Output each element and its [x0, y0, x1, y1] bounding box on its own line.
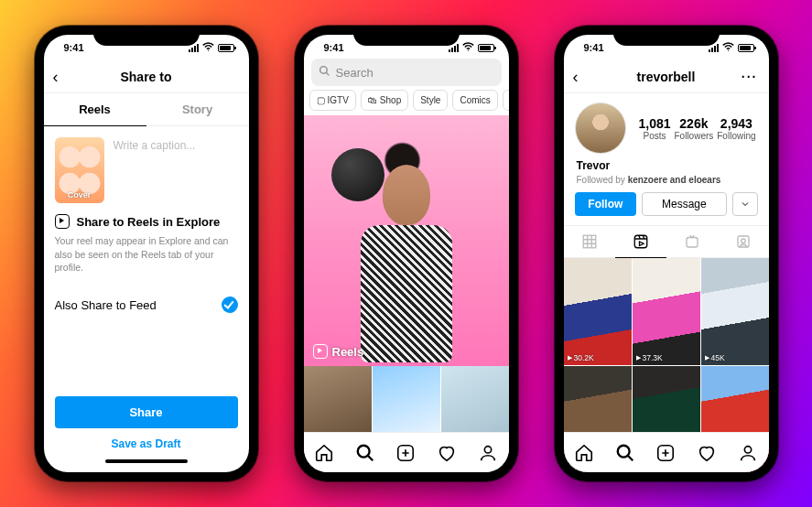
chip-shop[interactable]: 🛍︎Shop [361, 90, 408, 111]
svg-point-1 [467, 49, 468, 50]
svg-point-10 [727, 49, 728, 50]
explore-tile[interactable] [304, 366, 372, 432]
battery-icon [738, 44, 754, 52]
status-right [189, 42, 234, 53]
tab-igtv[interactable] [666, 226, 718, 257]
svg-point-4 [357, 445, 369, 457]
explore-body: Reels [304, 115, 509, 432]
shop-icon: 🛍︎ [368, 95, 377, 105]
back-icon[interactable]: ‹ [573, 69, 579, 85]
tab-bar [304, 432, 509, 472]
share-button[interactable]: Share [55, 396, 238, 428]
svg-rect-22 [738, 236, 749, 247]
stat-label: Following [717, 131, 755, 141]
checkmark-icon[interactable] [222, 297, 238, 313]
suggested-button[interactable] [732, 192, 758, 216]
chip-style[interactable]: Style [413, 90, 448, 111]
profile-tab-icon[interactable] [738, 443, 758, 463]
svg-point-9 [484, 446, 491, 452]
profile-bio: Trevor Followed by kenzoere and eloears [564, 159, 769, 192]
avatar[interactable] [575, 102, 626, 154]
cover-label: Cover [68, 190, 92, 200]
hero-art-face [383, 165, 430, 225]
explore-tile[interactable] [441, 366, 509, 432]
svg-line-25 [627, 455, 633, 460]
igtv-icon: ▢ [317, 95, 325, 105]
svg-point-2 [319, 67, 327, 74]
share-reels-section: Share to Reels in Explore Your reel may … [44, 214, 249, 286]
also-share-feed-row[interactable]: Also Share to Feed [44, 286, 249, 313]
profile-header: ‹ trevorbell ··· [564, 60, 769, 93]
reels-icon [55, 214, 70, 229]
stat-following[interactable]: 2,943 Following [717, 116, 755, 141]
search-tab-icon[interactable] [355, 443, 375, 463]
phone-profile: 9:41 ‹ trevorbell ··· 1,081 Posts 226k [555, 26, 778, 481]
svg-line-5 [367, 455, 373, 460]
stat-label: Posts [638, 131, 670, 141]
share-tabs: Reels Story [44, 93, 249, 126]
search-field[interactable]: Search [311, 59, 502, 86]
home-indicator [105, 459, 188, 463]
svg-point-23 [741, 239, 745, 243]
hero-label-text: Reels [332, 345, 364, 359]
tab-bar [564, 432, 769, 472]
profile-content-tabs [564, 225, 769, 258]
home-tab-icon[interactable] [574, 443, 594, 463]
explore-grid [304, 366, 509, 432]
grid-cell[interactable]: 45K [701, 258, 769, 365]
battery-icon [478, 44, 494, 52]
share-reels-title: Share to Reels in Explore [77, 215, 221, 229]
status-time: 9:41 [64, 42, 84, 53]
chip-tv[interactable]: TV & Movies [503, 90, 509, 111]
svg-rect-11 [583, 235, 596, 248]
more-icon[interactable]: ··· [742, 70, 758, 84]
profile-tab-icon[interactable] [478, 443, 498, 463]
grid-cell[interactable]: 37.3K [633, 258, 700, 365]
caption-input[interactable]: Write a caption... [114, 137, 238, 203]
grid-cell[interactable]: 30.2K [564, 258, 632, 365]
stat-posts[interactable]: 1,081 Posts [638, 116, 670, 141]
activity-tab-icon[interactable] [437, 443, 457, 463]
home-tab-icon[interactable] [314, 443, 334, 463]
back-icon[interactable]: ‹ [53, 69, 59, 85]
cover-thumbnail[interactable]: Cover [55, 137, 104, 203]
follow-button[interactable]: Follow [575, 192, 637, 216]
compose-row: Cover Write a caption... [44, 126, 249, 214]
chip-igtv[interactable]: ▢IGTV [309, 90, 356, 111]
create-tab-icon[interactable] [395, 443, 416, 463]
explore-hero[interactable]: Reels [304, 115, 509, 366]
search-tab-icon[interactable] [615, 443, 635, 463]
share-reels-subtitle: Your reel may appear in Explore and can … [55, 234, 238, 275]
followed-by: Followed by kenzoere and eloears [577, 175, 756, 185]
hero-reels-label: Reels [313, 344, 364, 359]
tab-reels[interactable] [615, 226, 666, 258]
message-button[interactable]: Message [642, 192, 726, 216]
hero-art-ball [331, 148, 384, 201]
share-reels-row[interactable]: Share to Reels in Explore [55, 214, 238, 229]
tab-grid[interactable] [564, 226, 615, 257]
explore-tile[interactable] [373, 366, 440, 432]
notch [613, 26, 720, 46]
hero-art-torso [361, 225, 452, 362]
tab-story[interactable]: Story [146, 93, 249, 125]
save-draft-button[interactable]: Save as Draft [55, 428, 238, 456]
svg-rect-21 [687, 238, 698, 248]
screen-explore: 9:41 Search ▢IGTV 🛍︎Shop Style Comics TV… [304, 35, 509, 472]
svg-point-0 [207, 49, 208, 50]
chip-label: IGTV [328, 95, 349, 105]
status-right [709, 42, 754, 53]
chip-comics[interactable]: Comics [452, 90, 497, 111]
stat-label: Followers [675, 131, 714, 141]
create-tab-icon[interactable] [655, 443, 676, 463]
profile-top: 1,081 Posts 226k Followers 2,943 Followi… [564, 93, 769, 159]
tab-tagged[interactable] [718, 226, 769, 257]
svg-line-3 [326, 72, 329, 75]
activity-tab-icon[interactable] [697, 443, 717, 463]
tab-reels[interactable]: Reels [44, 93, 146, 125]
share-title: Share to [120, 70, 171, 84]
search-placeholder: Search [336, 66, 374, 80]
stat-followers[interactable]: 226k Followers [675, 116, 714, 141]
status-right [449, 42, 494, 53]
status-time: 9:41 [324, 42, 344, 53]
svg-marker-20 [639, 242, 644, 246]
